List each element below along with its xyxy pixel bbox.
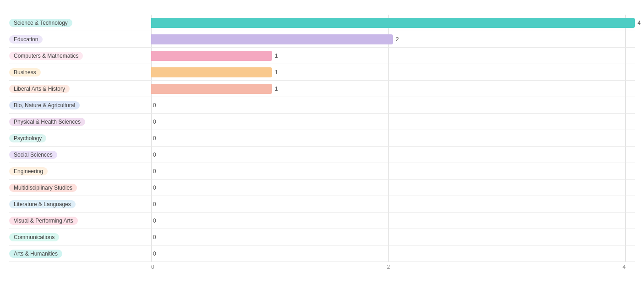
bar-value: 0 <box>153 234 156 240</box>
bar-label: Communications <box>9 233 151 241</box>
bar-label: Visual & Performing Arts <box>9 217 151 225</box>
bar-fill <box>151 51 272 61</box>
label-pill: Bio, Nature & Agricultural <box>9 101 80 109</box>
bar-label: Arts & Humanities <box>9 250 151 258</box>
bar-value: 0 <box>153 119 156 125</box>
bar-value: 4 <box>638 20 641 26</box>
label-pill: Business <box>9 68 41 76</box>
bar-track: 0 <box>151 249 635 259</box>
bar-label: Bio, Nature & Agricultural <box>9 101 151 109</box>
bar-value: 1 <box>275 86 278 92</box>
bar-value: 0 <box>153 168 156 174</box>
bar-value: 0 <box>153 152 156 158</box>
bar-track: 0 <box>151 150 635 160</box>
label-pill: Social Sciences <box>9 151 57 159</box>
x-axis: 024 <box>9 264 635 270</box>
bar-label: Social Sciences <box>9 151 151 159</box>
label-pill: Arts & Humanities <box>9 250 62 258</box>
table-row: Physical & Health Sciences0 <box>9 114 635 130</box>
bar-track: 0 <box>151 117 635 127</box>
bars-and-grid: Science & Technology4Education2Computers… <box>9 15 635 262</box>
table-row: Social Sciences0 <box>9 147 635 163</box>
bar-value: 0 <box>153 135 156 142</box>
bar-value: 0 <box>153 185 156 191</box>
bar-label: Business <box>9 68 151 76</box>
bar-label: Literature & Languages <box>9 200 151 208</box>
table-row: Arts & Humanities0 <box>9 245 635 262</box>
table-row: Communications0 <box>9 229 635 245</box>
bar-value: 0 <box>153 251 156 257</box>
chart-area: Science & Technology4Education2Computers… <box>9 15 635 270</box>
bar-track: 0 <box>151 183 635 193</box>
bar-track: 1 <box>151 84 635 94</box>
label-pill: Visual & Performing Arts <box>9 217 78 225</box>
label-pill: Physical & Health Sciences <box>9 118 85 126</box>
bar-track: 0 <box>151 100 635 110</box>
table-row: Engineering0 <box>9 163 635 180</box>
table-row: Liberal Arts & History1 <box>9 81 635 97</box>
bar-value: 0 <box>153 102 156 109</box>
bars-container: Science & Technology4Education2Computers… <box>9 15 635 262</box>
table-row: Science & Technology4 <box>9 15 635 31</box>
table-row: Literature & Languages0 <box>9 196 635 213</box>
bar-label: Engineering <box>9 167 151 175</box>
label-pill: Computers & Mathematics <box>9 52 83 60</box>
label-pill: Psychology <box>9 134 46 142</box>
x-tick: 2 <box>387 264 390 270</box>
bar-fill <box>151 67 272 77</box>
table-row: Business1 <box>9 64 635 81</box>
bar-track: 4 <box>151 18 635 28</box>
label-pill: Communications <box>9 233 59 241</box>
table-row: Education2 <box>9 31 635 48</box>
bar-label: Psychology <box>9 134 151 142</box>
label-pill: Science & Technology <box>9 19 72 27</box>
bar-track: 0 <box>151 199 635 209</box>
bar-label: Science & Technology <box>9 19 151 27</box>
label-pill: Liberal Arts & History <box>9 85 70 93</box>
label-pill: Engineering <box>9 167 48 175</box>
bar-value: 0 <box>153 218 156 224</box>
bar-fill <box>151 34 393 44</box>
table-row: Visual & Performing Arts0 <box>9 213 635 229</box>
bar-track: 1 <box>151 51 635 61</box>
chart-container: Science & Technology4Education2Computers… <box>0 0 644 284</box>
bar-track: 0 <box>151 166 635 176</box>
bar-label: Physical & Health Sciences <box>9 118 151 126</box>
bar-track: 2 <box>151 34 635 44</box>
label-pill: Education <box>9 35 43 44</box>
x-tick: 0 <box>151 264 154 270</box>
label-pill: Multidisciplinary Studies <box>9 184 77 192</box>
bar-track: 0 <box>151 133 635 143</box>
bar-track: 1 <box>151 67 635 77</box>
bar-fill <box>151 84 272 94</box>
bar-value: 0 <box>153 201 156 207</box>
bar-label: Multidisciplinary Studies <box>9 184 151 192</box>
table-row: Psychology0 <box>9 130 635 147</box>
x-tick: 4 <box>622 264 626 270</box>
bar-label: Computers & Mathematics <box>9 52 151 60</box>
bar-label: Education <box>9 35 151 44</box>
bar-track: 0 <box>151 216 635 226</box>
table-row: Bio, Nature & Agricultural0 <box>9 97 635 114</box>
bar-value: 2 <box>396 36 399 43</box>
bar-label: Liberal Arts & History <box>9 85 151 93</box>
table-row: Multidisciplinary Studies0 <box>9 180 635 196</box>
bar-value: 1 <box>275 69 278 76</box>
bar-track: 0 <box>151 232 635 242</box>
table-row: Computers & Mathematics1 <box>9 48 635 64</box>
bar-fill <box>151 18 635 28</box>
label-pill: Literature & Languages <box>9 200 76 208</box>
bar-value: 1 <box>275 53 278 59</box>
